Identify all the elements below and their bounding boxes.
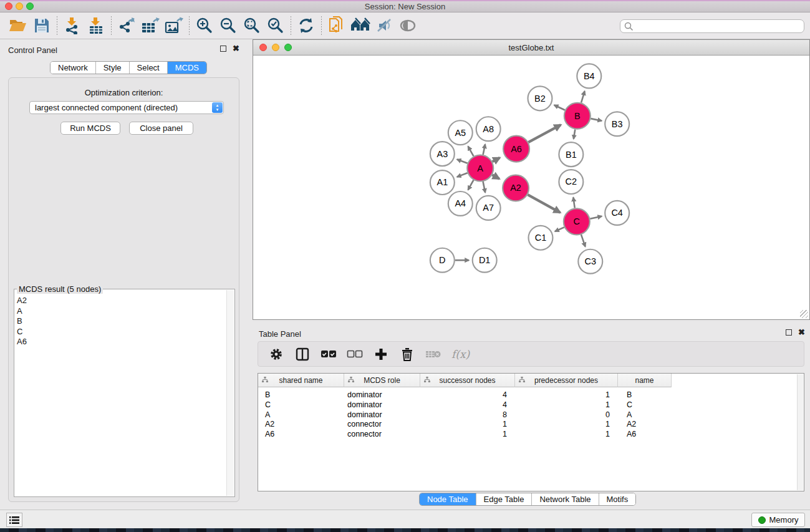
column-header-predecessor-nodes[interactable]: predecessor nodes [515,374,618,387]
graph-edge-A-A2[interactable] [492,175,499,178]
memory-button[interactable]: Memory [751,513,805,527]
tab-node-table[interactable]: Node Table [420,493,476,505]
split-view-button[interactable] [294,346,311,362]
graph-edge-A-A6[interactable] [493,158,500,162]
float-panel-icon[interactable] [786,329,792,336]
close-panel-icon[interactable]: ✖ [233,46,239,52]
node-table[interactable]: shared nameMCDS rolesuccessor nodesprede… [258,373,804,491]
import-table-button[interactable] [84,14,108,37]
table-cell[interactable]: A6 [618,429,672,439]
column-header-successor-nodes[interactable]: successor nodes [420,374,515,387]
table-cell[interactable]: 1 [515,419,618,429]
zoom-in-button[interactable] [193,14,216,37]
table-settings-button[interactable] [268,346,284,362]
table-cell[interactable]: 8 [420,410,515,420]
table-cell[interactable]: dominator [344,390,420,400]
close-panel-button[interactable]: Close panel [129,122,193,135]
table-cell[interactable]: connector [344,419,420,429]
result-scrollbar[interactable] [226,290,234,496]
graph-edge-C-C1[interactable] [555,227,564,231]
graph-edge-A6-B[interactable] [528,125,561,142]
close-panel-icon[interactable]: ✖ [798,329,805,336]
graph-edge-B-B2[interactable] [554,105,565,110]
network-canvas[interactable]: AA2A6BCA1A3A4A5A7A8B1B2B3B4C1C2C3C4DD1 [253,56,809,319]
graph-edge-C-C4[interactable] [590,216,602,219]
zoom-out-button[interactable] [216,14,240,37]
table-cell[interactable]: A2 [258,419,344,429]
table-row[interactable]: Adominator80A [258,410,672,420]
float-panel-icon[interactable] [220,46,226,52]
export-table-button[interactable] [138,14,162,37]
table-row[interactable]: A6connector11A6 [258,429,672,439]
zoom-selected-button[interactable] [264,14,287,37]
delete-column-button[interactable] [399,346,415,362]
tab-network-table[interactable]: Network Table [532,493,599,505]
table-cell[interactable]: 1 [420,419,515,429]
graph-edge-B-B4[interactable] [581,91,585,103]
table-cell[interactable]: 1 [420,429,515,439]
mcds-result-list[interactable]: A2 A B C A6 [16,296,226,495]
eye-button[interactable] [396,14,420,37]
table-cell[interactable]: 0 [515,410,618,420]
table-cell[interactable]: 4 [420,390,515,400]
hide-graphics-details-button[interactable] [372,14,396,37]
network-window-titlebar[interactable]: testGlobe.txt [253,40,809,56]
table-cell[interactable]: A [258,410,344,420]
tab-network[interactable]: Network [51,62,96,74]
table-cell[interactable]: B [618,390,672,400]
run-mcds-button[interactable]: Run MCDS [60,122,120,135]
table-cell[interactable]: C [258,400,344,410]
graph-edge-A-A8[interactable] [483,144,485,155]
open-session-button[interactable] [6,14,30,37]
delete-table-button[interactable] [425,346,441,362]
graph-edge-B-B1[interactable] [574,129,575,138]
graph-edge-A2-C[interactable] [528,195,560,213]
deselect-all-columns-button[interactable] [347,346,363,362]
result-item[interactable]: A6 [17,337,226,347]
table-row[interactable]: Cdominator41C [258,400,672,410]
add-column-button[interactable] [373,346,389,362]
graph-edge-A-A5[interactable] [468,147,474,157]
select-all-columns-button[interactable] [321,346,337,362]
function-builder-button[interactable]: f(x) [451,348,470,360]
table-cell[interactable]: A [618,410,672,420]
table-cell[interactable]: 1 [515,400,618,410]
graph-edge-A-A4[interactable] [468,180,474,190]
graph-edge-C-C3[interactable] [581,235,586,246]
network-from-selection-button[interactable] [325,14,349,37]
optimization-criterion-select[interactable]: largest connected component (directed) ▲… [29,101,224,114]
table-cell[interactable]: A2 [618,419,672,429]
table-cell[interactable]: B [258,390,344,400]
houses-button[interactable] [349,14,372,37]
result-item[interactable]: C [17,327,226,337]
graph-edge-A-A3[interactable] [457,160,468,163]
table-cell[interactable]: C [618,400,672,410]
graph-edge-A-A1[interactable] [457,173,468,177]
graph-edge-C-C2[interactable] [573,197,574,208]
table-cell[interactable]: A6 [258,429,344,439]
result-item[interactable]: A2 [17,296,226,306]
window-resize-grip[interactable] [800,310,808,318]
search-input[interactable] [620,19,804,33]
task-history-button[interactable] [6,513,22,527]
result-item[interactable]: A [17,306,226,317]
export-network-button[interactable] [115,14,138,37]
tab-edge-table[interactable]: Edge Table [476,493,533,505]
import-network-button[interactable] [60,14,84,37]
graph-edge-B-B3[interactable] [591,118,602,121]
table-cell[interactable]: 1 [515,390,618,400]
tab-select[interactable]: Select [130,62,168,74]
tab-style[interactable]: Style [96,62,130,74]
table-cell[interactable]: dominator [344,410,420,420]
column-header-shared-name[interactable]: shared name [258,374,344,387]
graph-edge-A-A7[interactable] [483,181,486,193]
table-cell[interactable]: dominator [344,400,420,410]
column-header-name[interactable]: name [618,374,672,387]
table-row[interactable]: A2connector11A2 [258,419,672,429]
network-graph[interactable]: AA2A6BCA1A3A4A5A7A8B1B2B3B4C1C2C3C4DD1 [253,56,809,319]
export-image-button[interactable] [162,14,186,37]
table-scrollbar[interactable] [797,374,803,490]
table-row[interactable]: Bdominator41B [258,390,672,400]
apply-layout-button[interactable] [294,14,318,37]
table-cell[interactable]: 4 [420,400,515,410]
